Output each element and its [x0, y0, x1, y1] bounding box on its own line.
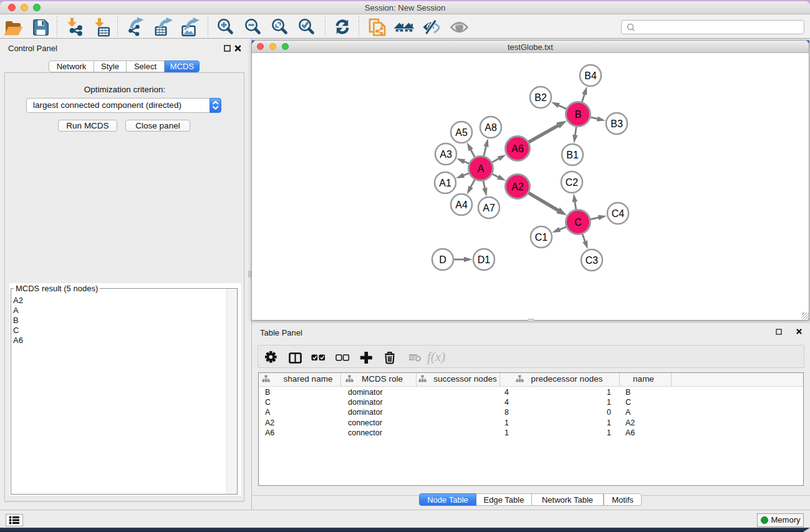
svg-text:A6: A6: [511, 143, 524, 154]
svg-text:A4: A4: [455, 200, 468, 210]
svg-text:f(x): f(x): [427, 349, 445, 364]
svg-text:C: C: [574, 217, 582, 228]
svg-text:A: A: [478, 163, 485, 174]
svg-text:B4: B4: [584, 70, 597, 81]
svg-text:B3: B3: [610, 118, 623, 129]
svg-text:C1: C1: [535, 232, 548, 243]
svg-text:B1: B1: [566, 150, 579, 160]
svg-text:A8: A8: [485, 122, 497, 133]
svg-text:A2: A2: [511, 181, 524, 192]
svg-text:A7: A7: [483, 203, 495, 213]
svg-text:D: D: [439, 254, 446, 265]
svg-text:B: B: [575, 109, 582, 120]
svg-text:C4: C4: [612, 208, 625, 219]
svg-text:B2: B2: [534, 92, 547, 103]
svg-text:C3: C3: [586, 255, 599, 266]
svg-text:D1: D1: [478, 254, 491, 265]
svg-text:C2: C2: [566, 177, 579, 188]
svg-text:A3: A3: [440, 149, 452, 160]
svg-text:A5: A5: [455, 127, 468, 138]
svg-text:A1: A1: [439, 178, 451, 188]
